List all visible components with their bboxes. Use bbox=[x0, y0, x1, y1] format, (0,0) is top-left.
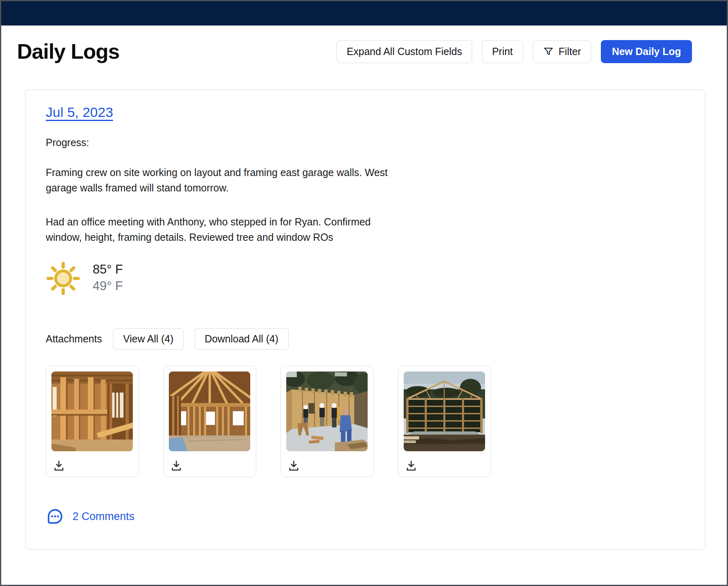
header-actions: Expand All Custom Fields Print Filter Ne… bbox=[336, 40, 692, 63]
page-header: Daily Logs Expand All Custom Fields Prin… bbox=[17, 39, 692, 64]
download-attachment-4-button[interactable] bbox=[405, 458, 419, 472]
crew-raising-framed-wall-photo[interactable] bbox=[286, 372, 368, 451]
progress-label: Progress: bbox=[46, 135, 685, 150]
daily-log-card: Jul 5, 2023 Progress: Framing crew on si… bbox=[25, 89, 705, 550]
attachment-card-4 bbox=[398, 366, 491, 477]
interior-wall-stud-framing-photo[interactable] bbox=[51, 372, 133, 451]
speech-bubble-dots-icon bbox=[46, 507, 64, 526]
new-daily-log-button[interactable]: New Daily Log bbox=[601, 40, 692, 63]
attachment-card-3 bbox=[281, 366, 374, 477]
weather-temps: 85° F 49° F bbox=[93, 262, 123, 294]
comments-link[interactable]: 2 Comments bbox=[46, 507, 134, 526]
download-attachment-1-button[interactable] bbox=[53, 458, 66, 472]
interior-framing-ceiling-joists-photo[interactable] bbox=[169, 372, 250, 451]
download-attachment-2-button[interactable] bbox=[170, 458, 184, 472]
weather-low-temp: 49° F bbox=[93, 278, 123, 294]
view-all-button[interactable]: View All (4) bbox=[113, 328, 184, 350]
attachments-label: Attachments bbox=[46, 333, 102, 345]
top-navigation-bar bbox=[1, 1, 727, 25]
sun-icon bbox=[46, 260, 81, 295]
expand-all-custom-fields-button[interactable]: Expand All Custom Fields bbox=[336, 40, 472, 63]
download-all-button[interactable]: Download All (4) bbox=[195, 328, 289, 350]
filter-button[interactable]: Filter bbox=[533, 40, 592, 63]
log-date-link[interactable]: Jul 5, 2023 bbox=[46, 104, 113, 120]
log-paragraph-1: Framing crew on site working on layout a… bbox=[46, 165, 685, 195]
attachment-card-1 bbox=[46, 366, 139, 477]
print-button[interactable]: Print bbox=[482, 40, 523, 63]
comments-link-label: 2 Comments bbox=[72, 510, 134, 523]
pole-barn-roof-truss-photo[interactable] bbox=[404, 372, 485, 451]
filter-button-label: Filter bbox=[559, 46, 581, 57]
app-window: Daily Logs Expand All Custom Fields Prin… bbox=[0, 0, 728, 586]
weather-high-temp: 85° F bbox=[93, 262, 123, 277]
filter-funnel-icon bbox=[543, 46, 554, 57]
attachments-row: Attachments View All (4) Download All (4… bbox=[46, 328, 685, 350]
page-title: Daily Logs bbox=[17, 39, 119, 64]
attachment-card-2 bbox=[163, 366, 256, 477]
log-paragraph-2: Had an office meeting with Anthony, who … bbox=[46, 214, 685, 245]
weather-widget: 85° F 49° F bbox=[46, 260, 685, 295]
download-attachment-3-button[interactable] bbox=[287, 458, 301, 472]
attachment-thumbnails bbox=[46, 366, 685, 477]
